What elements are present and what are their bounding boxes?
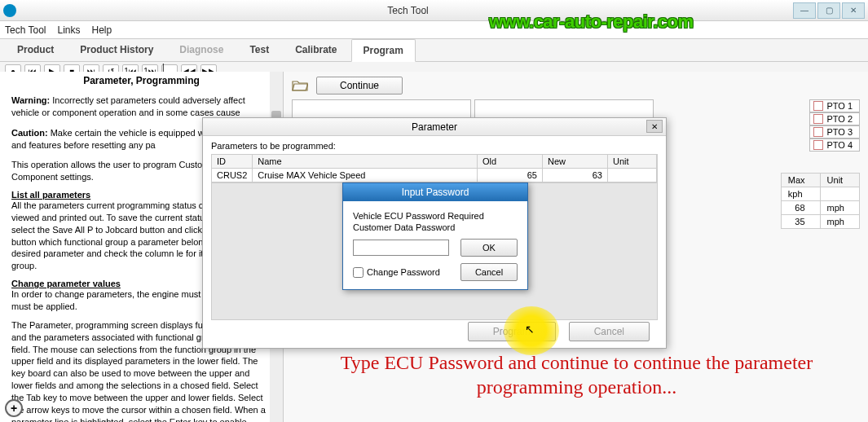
password-dialog: Input Password Vehicle ECU Password Requ… xyxy=(342,182,528,290)
instruction-caption: Type ECU Password and continue to contin… xyxy=(293,350,860,399)
table-row[interactable]: CRUS2 Cruise MAX Vehicle Speed 65 63 xyxy=(212,169,657,182)
password-dialog-title[interactable]: Input Password xyxy=(343,183,527,201)
parameter-dialog-subtitle: Parameters to be programmed: xyxy=(203,136,666,154)
app-icon xyxy=(3,4,16,17)
tab-diagnose: Diagnose xyxy=(167,38,236,61)
password-msg-1: Vehicle ECU Password Required xyxy=(353,211,518,221)
watermark: www.car-auto-repair.com xyxy=(489,11,694,33)
parameter-dialog-close[interactable]: ✕ xyxy=(646,120,663,133)
table-row: 35mph xyxy=(781,215,859,229)
cell-old: 65 xyxy=(478,169,543,182)
tab-calibrate[interactable]: Calibrate xyxy=(283,38,349,61)
col-max: Max xyxy=(781,174,820,187)
group-pto4[interactable]: PTO 4 xyxy=(809,138,860,152)
group-icon xyxy=(813,127,823,137)
col-id: ID xyxy=(212,155,253,169)
folder-icon[interactable] xyxy=(292,79,308,92)
group-label: PTO 1 xyxy=(826,101,853,111)
table-row: kph xyxy=(781,187,859,201)
group-icon xyxy=(813,140,823,150)
maximize-button[interactable]: ▢ xyxy=(817,2,840,19)
menu-help[interactable]: Help xyxy=(92,24,112,36)
cell-unit xyxy=(608,169,657,182)
group-pto1[interactable]: PTO 1 xyxy=(809,99,860,112)
col-unit: Unit xyxy=(820,174,859,187)
col-name: Name xyxy=(253,155,478,169)
close-button[interactable]: ✕ xyxy=(842,2,865,19)
change-password-checkbox-input[interactable] xyxy=(353,267,364,278)
menu-links[interactable]: Links xyxy=(57,24,80,36)
group-pto3[interactable]: PTO 3 xyxy=(809,125,860,138)
cell-new: 63 xyxy=(543,169,608,182)
group-label: PTO 4 xyxy=(826,140,853,150)
right-small-table: MaxUnit kph 68mph 35mph xyxy=(781,173,860,229)
top-controls: Continue xyxy=(292,77,860,95)
pw-cancel-button[interactable]: Cancel xyxy=(460,263,518,281)
table-row: 68mph xyxy=(781,201,859,215)
menubar: Tech Tool Links Help xyxy=(0,21,868,39)
window-controls: — ▢ ✕ xyxy=(793,2,865,19)
col-new: New xyxy=(543,155,608,169)
group-icon xyxy=(813,114,823,124)
program-button[interactable]: Program xyxy=(468,322,556,341)
parameter-dialog-titlebar[interactable]: Parameter ✕ xyxy=(203,118,666,136)
group-label: PTO 3 xyxy=(826,127,853,137)
cancel-button[interactable]: Cancel xyxy=(569,322,650,341)
warning-text: Warning: Incorrectly set parameters coul… xyxy=(11,95,271,119)
page-heading: Parameter, Programming xyxy=(11,75,271,86)
password-input[interactable] xyxy=(353,240,449,256)
ok-button[interactable]: OK xyxy=(460,239,518,257)
group-icon xyxy=(813,101,823,111)
menu-techtool[interactable]: Tech Tool xyxy=(5,24,46,36)
add-fab[interactable]: + xyxy=(5,399,23,417)
titlebar: Tech Tool — ▢ ✕ xyxy=(0,0,868,21)
cell-name: Cruise MAX Vehicle Speed xyxy=(253,169,478,182)
tab-program[interactable]: Program xyxy=(351,39,416,62)
maintabs: Product Product History Diagnose Test Ca… xyxy=(0,39,868,62)
tab-product[interactable]: Product xyxy=(5,38,66,61)
cell-id: CRUS2 xyxy=(212,169,253,182)
tab-product-history[interactable]: Product History xyxy=(68,38,165,61)
group-pto2[interactable]: PTO 2 xyxy=(809,112,860,125)
password-dialog-body: Vehicle ECU Password Required Customer D… xyxy=(343,201,527,289)
continue-button[interactable]: Continue xyxy=(316,77,403,95)
col-unit: Unit xyxy=(608,155,657,169)
col-old: Old xyxy=(478,155,543,169)
change-password-checkbox[interactable]: Change Password xyxy=(353,267,440,278)
parameter-dialog-title: Parameter xyxy=(412,121,457,133)
parameter-dialog-buttons: Program Cancel xyxy=(468,322,650,341)
parameter-table: ID Name Old New Unit CRUS2 Cruise MAX Ve… xyxy=(211,154,658,183)
minimize-button[interactable]: — xyxy=(793,2,816,19)
change-password-label: Change Password xyxy=(367,267,440,277)
group-label: PTO 2 xyxy=(826,114,853,124)
password-msg-2: Customer Data Password xyxy=(353,222,518,232)
tab-test[interactable]: Test xyxy=(237,38,281,61)
